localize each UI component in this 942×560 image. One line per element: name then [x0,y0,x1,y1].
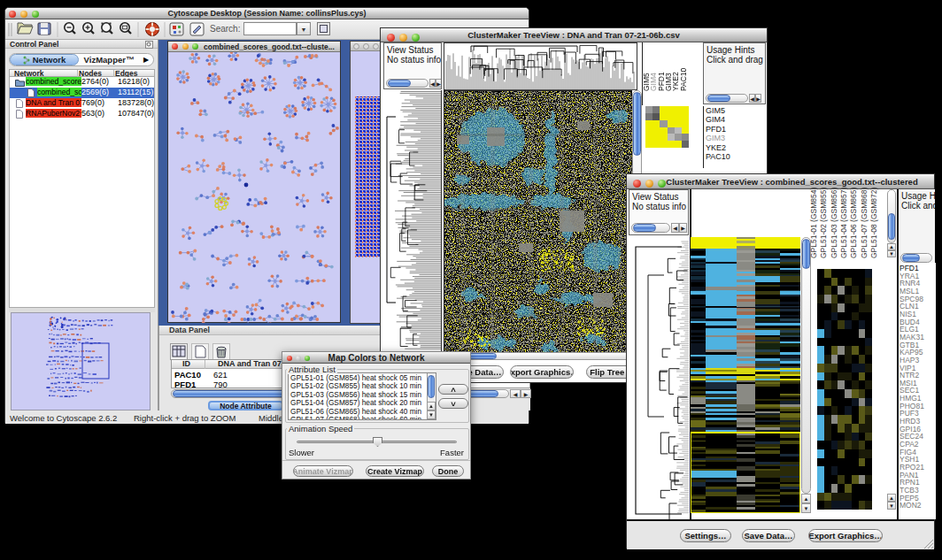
svg-text:Search:: Search: [210,24,240,34]
